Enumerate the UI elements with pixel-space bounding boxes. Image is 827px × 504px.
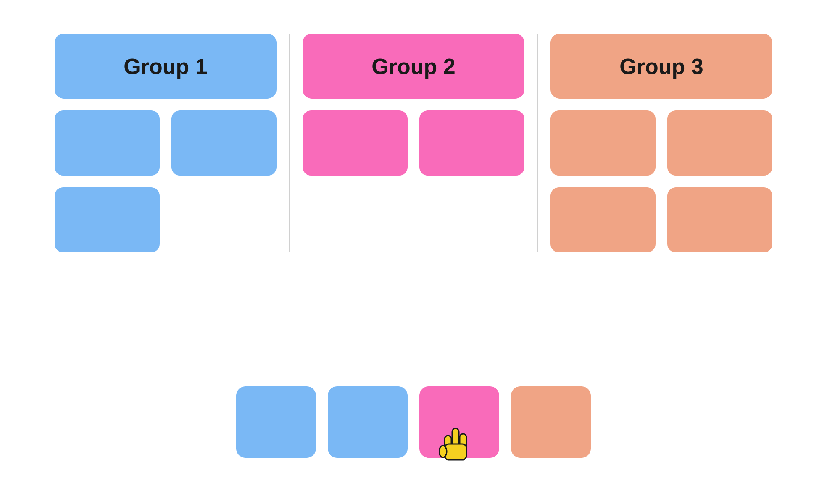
group-1-column: Group 1 — [42, 34, 290, 252]
group-2-column: Group 2 — [290, 34, 538, 252]
group-2-title: Group 2 — [371, 54, 455, 79]
group-2-card-2[interactable] — [419, 110, 524, 176]
group-1-header[interactable]: Group 1 — [55, 34, 277, 99]
bottom-card-1[interactable] — [236, 386, 316, 458]
svg-point-4 — [439, 446, 447, 457]
bottom-card-2[interactable] — [328, 386, 408, 458]
group-3-row-2 — [550, 187, 772, 252]
svg-rect-3 — [445, 444, 466, 460]
group-3-card-2[interactable] — [667, 110, 772, 176]
group-1-row-2 — [55, 187, 277, 252]
bottom-card-4[interactable] — [511, 386, 591, 458]
group-2-card-1[interactable] — [303, 110, 408, 176]
group-3-card-1[interactable] — [550, 110, 656, 176]
group-1-row-1 — [55, 110, 277, 176]
main-container: Group 1 Group 2 Group 3 — [0, 0, 827, 260]
group-2-header[interactable]: Group 2 — [303, 34, 524, 99]
group-3-title: Group 3 — [619, 54, 703, 79]
group-2-row-1 — [303, 110, 524, 176]
group-2-row-2 — [303, 187, 524, 252]
group-3-header[interactable]: Group 3 — [550, 34, 772, 99]
group-1-card-3[interactable] — [55, 187, 160, 252]
group-3-column: Group 3 — [538, 34, 785, 252]
group-3-card-3[interactable] — [550, 187, 656, 252]
bottom-row — [0, 386, 827, 458]
group-1-card-1[interactable] — [55, 110, 160, 176]
group-3-row-1 — [550, 110, 772, 176]
cursor-hand — [439, 426, 472, 466]
group-2-card-3[interactable] — [303, 187, 408, 252]
group-3-card-4[interactable] — [667, 187, 772, 252]
group-1-card-2[interactable] — [171, 110, 277, 176]
group-1-title: Group 1 — [124, 54, 207, 79]
